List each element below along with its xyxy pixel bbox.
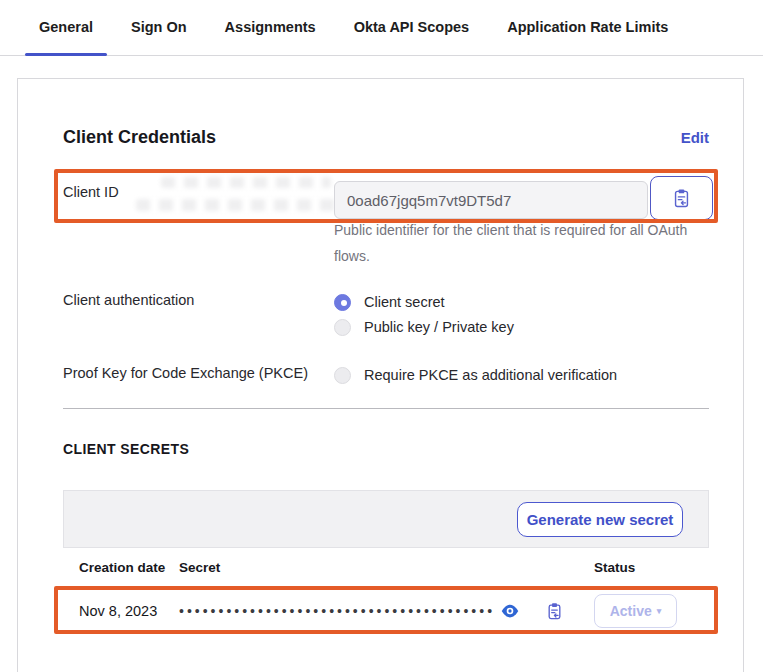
app-tab-bar: General Sign On Assignments Okta API Sco… (0, 0, 763, 56)
section-divider (63, 408, 709, 409)
pkce-label: Proof Key for Code Exchange (PKCE) (63, 365, 308, 381)
status-dropdown-button[interactable]: Active ▾ (594, 594, 677, 628)
table-row: Nov 8, 2023 ••••••••••••••••••••••••••••… (63, 588, 709, 634)
redaction-artifact (136, 199, 348, 211)
radio-public-private-key[interactable] (334, 319, 351, 336)
client-authentication-label: Client authentication (63, 292, 194, 308)
tab-application-rate-limits[interactable]: Application Rate Limits (493, 0, 682, 55)
secret-value-cell: •••••••••••••••••••••••••••••••••••••••• (179, 602, 594, 621)
column-header-creation-date: Creation date (63, 560, 179, 575)
column-header-secret: Secret (179, 560, 594, 575)
general-settings-card: Client Credentials Edit Client ID Public… (17, 78, 744, 672)
tab-okta-api-scopes[interactable]: Okta API Scopes (340, 0, 484, 55)
client-credentials-title: Client Credentials (63, 127, 216, 148)
radio-public-private-key-label: Public key / Private key (364, 319, 514, 335)
client-id-input[interactable] (334, 181, 648, 219)
eye-icon[interactable] (501, 604, 519, 618)
generate-new-secret-button[interactable]: Generate new secret (517, 502, 683, 537)
status-cell: Active ▾ (594, 594, 709, 628)
client-id-label: Client ID (63, 184, 119, 200)
column-header-status: Status (594, 560, 709, 575)
pkce-checkbox[interactable] (334, 367, 351, 384)
edit-link[interactable]: Edit (681, 129, 709, 146)
radio-client-secret-label: Client secret (364, 294, 445, 310)
client-secrets-title: CLIENT SECRETS (63, 441, 189, 457)
pkce-checkbox-label: Require PKCE as additional verification (364, 367, 617, 383)
client-secrets-toolbar: Generate new secret (63, 490, 709, 548)
copy-client-id-button[interactable] (650, 176, 713, 220)
client-credentials-header: Client Credentials Edit (63, 127, 709, 148)
clipboard-icon (546, 602, 563, 621)
redaction-artifact (161, 177, 331, 188)
pkce-checkbox-row: Require PKCE as additional verification (334, 363, 617, 387)
tab-sign-on[interactable]: Sign On (117, 0, 201, 55)
radio-row-client-secret: Client secret (334, 290, 445, 314)
radio-client-secret[interactable] (334, 294, 351, 311)
secrets-table-header: Creation date Secret Status (63, 548, 709, 588)
tab-assignments[interactable]: Assignments (211, 0, 330, 55)
clipboard-icon (672, 188, 691, 209)
chevron-down-icon: ▾ (657, 606, 662, 616)
copy-secret-button[interactable] (546, 602, 563, 621)
status-label: Active (610, 603, 652, 619)
client-id-helper-text: Public identifier for the client that is… (334, 217, 706, 269)
secret-creation-date: Nov 8, 2023 (63, 603, 179, 619)
tab-general[interactable]: General (25, 0, 107, 55)
radio-row-public-private-key: Public key / Private key (334, 315, 514, 339)
masked-secret-value: •••••••••••••••••••••••••••••••••••••••• (179, 603, 497, 619)
